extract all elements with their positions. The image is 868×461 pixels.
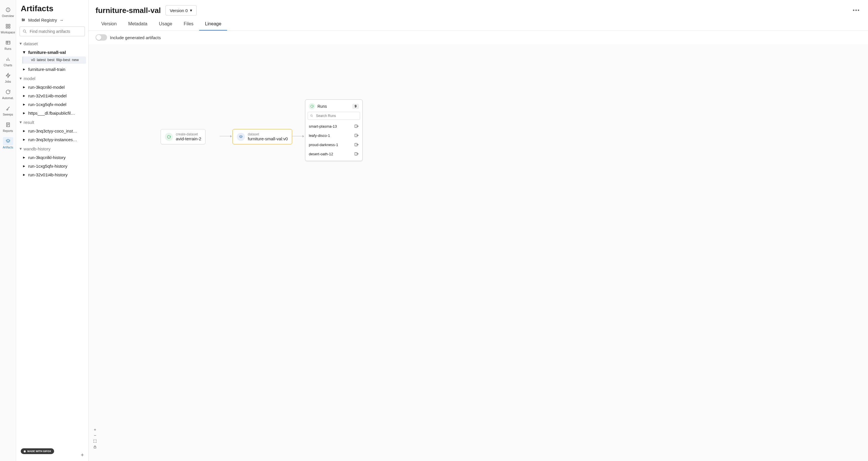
- svg-rect-4: [8, 24, 10, 26]
- open-icon[interactable]: [354, 142, 359, 147]
- nav-charts[interactable]: Charts: [1, 53, 15, 68]
- zoom-out-button[interactable]: −: [92, 433, 98, 438]
- tag-v0[interactable]: v0: [31, 58, 35, 62]
- more-menu-button[interactable]: •••: [851, 6, 861, 15]
- nav-jobs[interactable]: Jobs: [1, 69, 15, 85]
- tree-group-result[interactable]: ▾ result: [19, 118, 86, 126]
- run-item[interactable]: desert-oath-12: [308, 149, 360, 159]
- artifact-tree: ▾ dataset ▾ furniture-small-val v0 lates…: [16, 39, 88, 461]
- model-registry-link[interactable]: Model Registry →: [16, 15, 88, 25]
- nav-runs[interactable]: Runs: [1, 36, 15, 52]
- node-type: dataset: [248, 132, 288, 136]
- tree-group-dataset[interactable]: ▾ dataset: [19, 39, 86, 48]
- caret-right-icon: ▸: [23, 163, 27, 169]
- toggle-label: Include generated artifacts: [110, 35, 161, 40]
- tab-metadata[interactable]: Metadata: [122, 19, 153, 31]
- chevron-down-icon: ▾: [20, 120, 22, 125]
- runs-search-input[interactable]: [308, 112, 360, 120]
- run-name: proud-darkness-1: [309, 143, 338, 147]
- svg-point-19: [22, 19, 23, 19]
- open-icon[interactable]: [354, 124, 359, 128]
- run-name: desert-oath-12: [309, 152, 333, 156]
- nav-automations[interactable]: Automat.: [1, 86, 15, 102]
- tab-usage[interactable]: Usage: [153, 19, 178, 31]
- nav-label: Sweeps: [3, 113, 13, 116]
- lineage-node-dataset[interactable]: dataset furniture-small-val:v0: [232, 129, 292, 144]
- nav-reports[interactable]: Reports: [1, 118, 15, 134]
- arrow-right-icon: →: [59, 18, 64, 23]
- tag-filip-best[interactable]: filip-best: [56, 58, 70, 62]
- chevron-down-icon: ▾: [20, 146, 22, 151]
- tabs: Version Metadata Usage Files Lineage: [89, 19, 868, 31]
- tree-group-label: model: [24, 76, 35, 81]
- lineage-node-create-dataset[interactable]: create-dataset avid-terrain-2: [161, 129, 206, 144]
- nav-label: Charts: [4, 64, 12, 67]
- tag-latest[interactable]: latest: [37, 58, 46, 62]
- svg-rect-3: [6, 24, 7, 26]
- search-icon: [23, 29, 27, 34]
- tree-item[interactable]: ▸run-1cxg5qfx-model: [19, 100, 86, 109]
- version-selector[interactable]: Version 0 ▾: [165, 5, 197, 16]
- nav-label: Reports: [3, 129, 13, 133]
- tree-item[interactable]: ▸run-1cxg5qfx-history: [19, 162, 86, 170]
- chevron-down-icon: ▾: [20, 41, 22, 46]
- tree-item-label: furniture-small-val: [28, 50, 66, 55]
- tree-group-wandb-history[interactable]: ▾ wandb-history: [19, 144, 86, 153]
- search-icon: [310, 114, 313, 118]
- layers-icon: [237, 133, 245, 141]
- runs-panel: Runs 9 smart-plasma-13 leafy-disco-1 pro…: [305, 99, 363, 161]
- refresh-icon: [3, 88, 13, 96]
- tree-group-label: result: [24, 120, 34, 125]
- svg-point-20: [24, 20, 25, 20]
- lock-button[interactable]: [92, 444, 98, 450]
- node-name: avid-terrain-2: [176, 136, 201, 141]
- version-tags[interactable]: v0 latest best filip-best new: [23, 56, 86, 64]
- svg-rect-33: [94, 447, 96, 448]
- tag-new[interactable]: new: [72, 58, 79, 62]
- tab-lineage[interactable]: Lineage: [199, 19, 227, 31]
- tree-item-furniture-small-val[interactable]: ▾ furniture-small-val: [19, 48, 86, 56]
- nav-label: Overview: [2, 15, 14, 18]
- runs-count: 9: [352, 104, 359, 109]
- grid-icon: [3, 22, 13, 30]
- nav-artifacts[interactable]: Artifacts: [1, 135, 15, 151]
- tree-item[interactable]: ▸run-3nq3ctyy-coco_inst…: [19, 126, 86, 135]
- tree-item-furniture-small-train[interactable]: ▸ furniture-small-train: [19, 65, 86, 74]
- artifact-search-input[interactable]: [20, 27, 85, 36]
- run-item[interactable]: smart-plasma-13: [308, 122, 360, 131]
- tag-best[interactable]: best: [48, 58, 55, 62]
- tree-item[interactable]: ▸https___dl.fbaipublicfil…: [19, 109, 86, 117]
- cycle-icon: [165, 133, 173, 141]
- nav-rail: Overview Workspace Runs Charts Jobs Auto…: [0, 0, 16, 461]
- info-icon: [3, 6, 13, 14]
- open-icon[interactable]: [354, 151, 359, 156]
- tab-version[interactable]: Version: [96, 19, 122, 31]
- run-item[interactable]: leafy-disco-1: [308, 131, 360, 140]
- nav-overview[interactable]: Overview: [1, 3, 15, 19]
- run-name: leafy-disco-1: [309, 134, 330, 138]
- lineage-arrow: [220, 136, 232, 136]
- tree-group-model[interactable]: ▾ model: [19, 74, 86, 83]
- include-generated-toggle[interactable]: [96, 34, 107, 40]
- caret-right-icon: ▸: [23, 84, 27, 90]
- tree-item-label: run-3nq3ctyy-instances…: [28, 137, 77, 142]
- open-icon[interactable]: [354, 133, 359, 138]
- tree-item[interactable]: ▸run-3nq3ctyy-instances…: [19, 135, 86, 144]
- nav-workspace[interactable]: Workspace: [1, 20, 15, 36]
- main-content: furniture-small-val Version 0 ▾ ••• Vers…: [89, 0, 868, 461]
- nav-sweeps[interactable]: Sweeps: [1, 102, 15, 118]
- tree-item[interactable]: ▸run-3kqcnlkl-history: [19, 153, 86, 162]
- tab-files[interactable]: Files: [178, 19, 199, 31]
- zoom-in-button[interactable]: +: [92, 427, 98, 432]
- tree-item-label: furniture-small-train: [28, 67, 65, 72]
- run-item[interactable]: proud-darkness-1: [308, 140, 360, 149]
- version-label: Version 0: [170, 8, 188, 13]
- tree-item[interactable]: ▸run-32v01i4b-model: [19, 91, 86, 100]
- tree-item[interactable]: ▸run-3kqcnlkl-model: [19, 83, 86, 91]
- svg-point-21: [23, 21, 23, 21]
- fullscreen-button[interactable]: [92, 438, 98, 444]
- add-artifact-button[interactable]: [79, 452, 86, 458]
- tree-item[interactable]: ▸run-32v01i4b-history: [19, 170, 86, 179]
- lineage-canvas[interactable]: create-dataset avid-terrain-2 dataset fu…: [89, 44, 868, 461]
- table-icon: [3, 38, 13, 47]
